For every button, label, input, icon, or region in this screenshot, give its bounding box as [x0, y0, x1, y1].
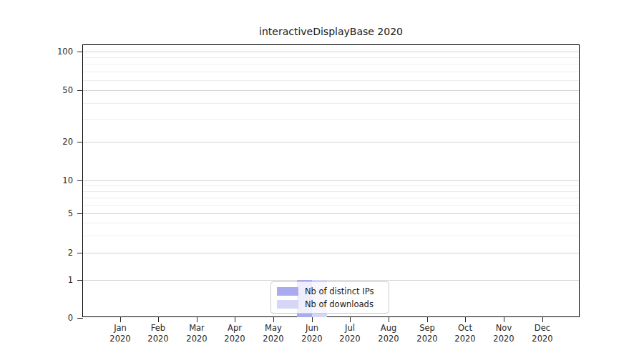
x-tick-label-line: 2020 [177, 334, 217, 344]
x-tick-label-line: 2020 [253, 334, 293, 344]
x-tick-label-line: Jun [292, 323, 332, 334]
x-tick-label: May2020 [253, 323, 293, 344]
x-tick-label-line: 2020 [100, 334, 140, 344]
y-tick-label: 2 [37, 248, 73, 258]
x-tick-label: Jan2020 [100, 323, 140, 344]
x-axis-tick [312, 316, 313, 322]
x-tick-label-line: Sep [407, 323, 447, 334]
x-tick-label: Jul2020 [330, 323, 370, 344]
y-gridline-major [83, 142, 579, 142]
x-tick-label-line: Jul [330, 323, 370, 334]
y-gridline-minor [83, 80, 579, 81]
x-tick-label: Sep2020 [407, 323, 447, 344]
y-gridline-minor [83, 205, 579, 205]
y-tick-label: 100 [37, 47, 73, 57]
x-tick-label-line: 2020 [522, 334, 562, 344]
x-tick-label: Nov2020 [484, 323, 524, 344]
y-tick-label: 20 [37, 137, 73, 147]
y-gridline-minor [83, 185, 579, 186]
x-axis-tick [542, 316, 543, 322]
y-gridline-minor [83, 119, 579, 120]
x-tick-label-line: 2020 [330, 334, 370, 344]
x-axis-tick [120, 316, 121, 322]
x-tick-label-line: 2020 [138, 334, 178, 344]
x-tick-label-line: Oct [445, 323, 485, 334]
y-gridline-minor [83, 191, 579, 192]
x-tick-label: Apr2020 [215, 323, 255, 344]
y-gridline-major [83, 253, 579, 253]
y-tick-label: 10 [37, 175, 73, 185]
x-tick-label-line: 2020 [445, 334, 485, 344]
y-tick-label: 1 [37, 275, 73, 285]
x-axis-tick [350, 316, 351, 322]
y-tick-label: 5 [37, 208, 73, 218]
legend-item-downloads: Nb of downloads [277, 299, 383, 309]
x-axis-tick [158, 316, 159, 322]
x-tick-label-line: 2020 [369, 334, 409, 344]
y-axis-tick [77, 180, 83, 181]
x-tick-label-line: Jan [100, 323, 140, 334]
x-axis-tick [273, 316, 274, 322]
y-gridline-minor [83, 198, 579, 198]
y-tick-label: 0 [37, 313, 73, 323]
x-tick-label-line: Apr [215, 323, 255, 334]
x-axis-tick [427, 316, 428, 322]
y-gridline-minor [83, 72, 579, 72]
y-gridline-major [83, 213, 579, 214]
x-tick-label-line: 2020 [407, 334, 447, 344]
x-axis-tick [504, 316, 504, 322]
x-axis-tick [465, 316, 466, 322]
y-gridline-minor [83, 236, 579, 236]
y-gridline-major [83, 180, 579, 181]
legend: Nb of distinct IPs Nb of downloads [270, 281, 389, 314]
x-tick-label-line: 2020 [292, 334, 332, 344]
y-gridline-major [83, 280, 579, 281]
y-axis-tick [77, 90, 83, 91]
x-tick-label-line: May [253, 323, 293, 334]
y-axis-tick [77, 318, 83, 319]
y-gridline-major [83, 52, 579, 52]
legend-item-distinct-ips: Nb of distinct IPs [277, 286, 383, 296]
y-gridline-minor [83, 64, 579, 64]
x-tick-label-line: Feb [138, 323, 178, 334]
legend-swatch-downloads [277, 300, 298, 309]
x-tick-label-line: Aug [369, 323, 409, 334]
y-axis-tick [77, 142, 83, 142]
x-tick-label: Mar2020 [177, 323, 217, 344]
x-tick-label-line: 2020 [484, 334, 524, 344]
y-tick-label: 50 [37, 85, 73, 95]
y-gridline-minor [83, 223, 579, 223]
x-tick-label: Jun2020 [292, 323, 332, 344]
x-axis-tick [197, 316, 197, 322]
x-tick-label: Dec2020 [522, 323, 562, 344]
chart-title: interactiveDisplayBase 2020 [82, 26, 580, 37]
x-axis-tick [235, 316, 235, 322]
x-tick-label-line: Mar [177, 323, 217, 334]
legend-label-downloads: Nb of downloads [305, 299, 374, 309]
y-gridline-minor [83, 103, 579, 104]
x-tick-label: Oct2020 [445, 323, 485, 344]
y-axis-tick [77, 253, 83, 253]
legend-label-distinct-ips: Nb of distinct IPs [305, 286, 374, 296]
plot-area: Nb of distinct IPs Nb of downloads 01251… [82, 44, 580, 317]
x-axis-tick [389, 316, 389, 322]
y-gridline-minor [83, 57, 579, 58]
y-axis-tick [77, 213, 83, 214]
legend-swatch-distinct-ips [277, 287, 298, 296]
x-tick-label-line: Dec [522, 323, 562, 334]
x-tick-label-line: Nov [484, 323, 524, 334]
y-axis-tick [77, 52, 83, 52]
y-axis-tick [77, 280, 83, 281]
x-tick-label: Aug2020 [369, 323, 409, 344]
x-tick-label-line: 2020 [215, 334, 255, 344]
x-tick-label: Feb2020 [138, 323, 178, 344]
y-gridline-major [83, 90, 579, 91]
chart: interactiveDisplayBase 2020 Nb of distin… [0, 0, 644, 358]
